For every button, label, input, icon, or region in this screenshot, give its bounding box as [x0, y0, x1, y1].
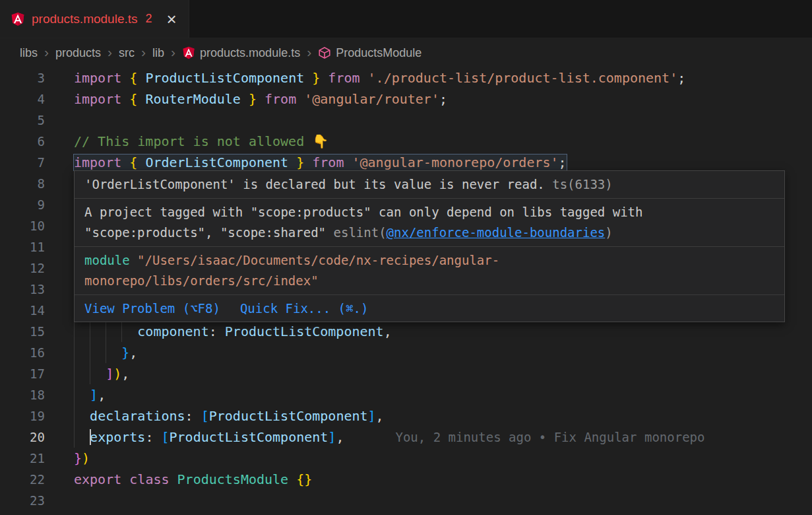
tab-products-module-ts[interactable]: products.module.ts 2 ×	[0, 0, 189, 38]
breadcrumb-item-lib[interactable]: lib	[152, 46, 164, 60]
code-line-text: component: ProductListComponent,	[74, 321, 392, 342]
code-token: import	[74, 70, 121, 86]
code-line-3[interactable]: 3import { ProductListComponent } from '.…	[0, 67, 812, 88]
chevron-right-icon: ›	[141, 45, 146, 59]
code-line-20[interactable]: 20 exports: [ProductListComponent],You, …	[0, 427, 812, 448]
breadcrumb-item-products.module.ts[interactable]: products.module.ts	[182, 46, 300, 60]
line-number: 23	[0, 490, 45, 511]
chevron-right-icon: ›	[44, 45, 49, 59]
indent-guide	[74, 363, 75, 384]
indent-guide	[90, 321, 90, 342]
breadcrumb-label: src	[119, 46, 135, 60]
code-token: component	[137, 324, 208, 339]
code-token: [	[201, 408, 209, 424]
line-number: 18	[0, 384, 45, 405]
code-line-text: import { ProductListComponent } from './…	[74, 67, 685, 88]
code-token: ]	[368, 408, 376, 424]
code-token	[121, 471, 129, 487]
indent-guide	[90, 363, 90, 384]
code-token: )	[113, 366, 121, 382]
code-token: ;	[677, 70, 685, 86]
close-icon[interactable]: ×	[167, 11, 177, 28]
code-line-6[interactable]: 6// This import is not allowed 👇	[0, 131, 812, 152]
code-line-23[interactable]: 23	[0, 490, 812, 511]
hover-text-line: module "/Users/isaac/Documents/code/nx-r…	[84, 250, 774, 271]
code-token	[304, 70, 312, 86]
code-line-text: // This import is not allowed 👇	[74, 131, 328, 152]
breadcrumb-item-libs[interactable]: libs	[20, 46, 38, 60]
code-token	[137, 91, 145, 107]
code-line-21[interactable]: 21})	[0, 448, 812, 469]
code-token	[74, 345, 121, 360]
code-line-4[interactable]: 4import { RouterModule } from '@angular/…	[0, 88, 812, 110]
code-token: declarations	[90, 408, 185, 424]
code-token	[288, 154, 296, 170]
breadcrumb-item-products[interactable]: products	[55, 46, 101, 60]
code-line-15[interactable]: 15 component: ProductListComponent,	[0, 321, 812, 342]
line-number: 21	[0, 448, 45, 469]
line-number: 14	[0, 300, 45, 321]
text-cursor	[90, 429, 91, 445]
code-line-19[interactable]: 19 declarations: [ProductListComponent],	[0, 405, 812, 427]
code-token: RouterModule	[145, 91, 241, 107]
code-token: }	[74, 450, 82, 466]
git-blame-annotation: You, 2 minutes ago • Fix Angular monorep…	[395, 430, 704, 444]
code-token	[121, 91, 129, 107]
code-token: [	[161, 429, 169, 445]
code-line-text: import { RouterModule } from '@angular/r…	[74, 88, 447, 110]
code-token: ,	[129, 345, 137, 360]
vscode-window: products.module.ts 2 × libs›products›src…	[0, 0, 812, 515]
code-token: import	[74, 91, 121, 107]
error-underlined-statement[interactable]: import { OrderListComponent } from '@ang…	[74, 154, 567, 170]
code-line-18[interactable]: 18 ],	[0, 384, 812, 405]
code-token: ,	[376, 408, 384, 424]
indent-guide	[121, 321, 122, 342]
code-token	[74, 408, 90, 424]
code-token: ProductsModule	[177, 471, 289, 487]
hover-text: "/Users/isaac/Documents/code/nx-recipes/…	[130, 253, 500, 267]
hover-text: monorepo/libs/orders/src/index"	[84, 273, 319, 288]
line-number: 16	[0, 342, 45, 363]
code-line-16[interactable]: 16 },	[0, 342, 812, 363]
code-token	[137, 154, 145, 170]
view-problem-action[interactable]: View Problem (⌥F8)	[84, 298, 220, 318]
angular-icon	[182, 46, 195, 59]
code-token	[320, 70, 328, 86]
hover-widget: 'OrderListComponent' is declared but its…	[74, 170, 785, 322]
code-token: exports	[90, 429, 145, 445]
line-number: 7	[0, 152, 45, 173]
code-line-17[interactable]: 17 ]),	[0, 363, 812, 384]
hover-text: eslint(	[334, 225, 387, 240]
code-token: :	[209, 324, 225, 339]
quick-fix-action[interactable]: Quick Fix... (⌘.)	[240, 298, 368, 318]
hover-text: ts(6133)	[545, 177, 613, 191]
breadcrumb-label: ProductsModule	[336, 46, 422, 60]
code-token	[121, 70, 129, 86]
breadcrumb-item-productsmodule[interactable]: ProductsModule	[318, 46, 422, 60]
line-number: 10	[0, 215, 45, 236]
code-line-text: ],	[74, 384, 106, 405]
hover-section: 'OrderListComponent' is declared but its…	[75, 171, 784, 199]
hover-text: "scope:products", "scope:shared"	[84, 225, 334, 240]
eslint-rule-link[interactable]: @nx/enforce-module-boundaries	[387, 225, 606, 240]
line-number: 17	[0, 363, 45, 384]
code-token: ,	[121, 366, 129, 382]
code-token: ]	[328, 429, 336, 445]
line-number: 20	[0, 427, 45, 448]
hover-text: 'OrderListComponent' is declared but its…	[84, 177, 545, 191]
code-token: class	[129, 471, 169, 487]
angular-file-icon	[11, 12, 25, 26]
breadcrumb-item-src[interactable]: src	[119, 46, 135, 60]
line-number: 8	[0, 173, 45, 194]
indent-guide	[74, 405, 75, 427]
breadcrumb-label: products	[55, 46, 101, 60]
line-number: 3	[0, 67, 45, 88]
hover-text-line: 'OrderListComponent' is declared but its…	[84, 174, 774, 195]
code-line-22[interactable]: 22export class ProductsModule {}	[0, 469, 812, 490]
code-token: ,	[98, 387, 106, 403]
code-line-5[interactable]: 5	[0, 110, 812, 131]
code-token	[74, 429, 90, 445]
line-number: 15	[0, 321, 45, 342]
code-token	[360, 70, 368, 86]
code-line-text: ]),	[74, 363, 129, 384]
